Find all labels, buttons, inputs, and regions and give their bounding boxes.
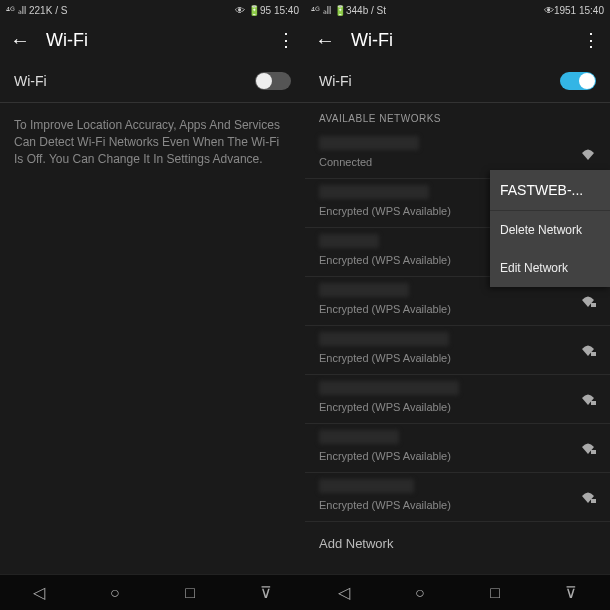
info-text: To Improve Location Accuracy, Apps And S… — [0, 103, 305, 181]
network-item[interactable]: Encrypted (WPS Available) — [305, 375, 610, 424]
more-icon[interactable]: ⋮ — [277, 29, 295, 51]
nav-home-icon[interactable]: ○ — [110, 584, 120, 602]
wifi-signal-lock-icon — [580, 442, 596, 454]
network-item[interactable]: Encrypted (WPS Available) — [305, 473, 610, 522]
network-status: Encrypted (WPS Available) — [319, 450, 596, 462]
delete-network-item[interactable]: Delete Network — [490, 211, 610, 249]
status-left: ⁴ᴳ ₐll 🔋344b / St — [311, 5, 386, 16]
network-name-redacted — [319, 381, 459, 395]
add-network[interactable]: Add Network — [305, 522, 610, 565]
status-right: 👁1951 15:40 — [544, 5, 604, 16]
wifi-signal-lock-icon — [580, 491, 596, 503]
svg-rect-6 — [591, 499, 596, 503]
network-item[interactable]: Encrypted (WPS Available) — [305, 424, 610, 473]
wifi-signal-icon — [580, 148, 596, 160]
wifi-toggle[interactable] — [255, 72, 291, 90]
wifi-toggle-row: Wi-Fi — [305, 60, 610, 103]
status-bar: ⁴ᴳ ₐll 221K / S 👁 🔋95 15:40 — [0, 0, 305, 20]
nav-home-icon[interactable]: ○ — [415, 584, 425, 602]
wifi-signal-lock-icon — [580, 393, 596, 405]
status-right: 👁 🔋95 15:40 — [235, 5, 299, 16]
more-icon[interactable]: ⋮ — [582, 29, 600, 51]
wifi-label: Wi-Fi — [14, 73, 47, 89]
nav-bar: ◁ ○ □ ⊽ — [0, 574, 305, 610]
wifi-toggle[interactable] — [560, 72, 596, 90]
nav-back-icon[interactable]: ◁ — [338, 583, 350, 602]
network-name-redacted — [319, 185, 429, 199]
back-arrow-icon[interactable]: ← — [315, 29, 335, 52]
left-panel: ⁴ᴳ ₐll 221K / S 👁 🔋95 15:40 ← Wi-Fi ⋮ Wi… — [0, 0, 305, 610]
network-status: Encrypted (WPS Available) — [319, 303, 596, 315]
header: ← Wi-Fi ⋮ — [305, 20, 610, 60]
svg-rect-2 — [591, 303, 596, 307]
nav-drawer-icon[interactable]: ⊽ — [565, 583, 577, 602]
network-name-redacted — [319, 430, 399, 444]
nav-back-icon[interactable]: ◁ — [33, 583, 45, 602]
network-item[interactable]: Encrypted (WPS Available) — [305, 326, 610, 375]
status-bar: ⁴ᴳ ₐll 🔋344b / St 👁1951 15:40 — [305, 0, 610, 20]
network-name-redacted — [319, 234, 379, 248]
section-label: AVAILABLE NETWORKS — [305, 103, 610, 130]
wifi-label: Wi-Fi — [319, 73, 352, 89]
nav-drawer-icon[interactable]: ⊽ — [260, 583, 272, 602]
svg-rect-4 — [591, 401, 596, 405]
network-status: Connected — [319, 156, 596, 168]
wifi-toggle-row: Wi-Fi — [0, 60, 305, 103]
svg-rect-3 — [591, 352, 596, 356]
network-status: Encrypted (WPS Available) — [319, 499, 596, 511]
header: ← Wi-Fi ⋮ — [0, 20, 305, 60]
nav-recent-icon[interactable]: □ — [185, 584, 195, 602]
nav-recent-icon[interactable]: □ — [490, 584, 500, 602]
network-name-redacted — [319, 283, 409, 297]
context-menu: FASTWEB-... Delete Network Edit Network — [490, 170, 610, 287]
network-status: Encrypted (WPS Available) — [319, 401, 596, 413]
network-name-redacted — [319, 479, 414, 493]
network-name-redacted — [319, 332, 449, 346]
nav-bar: ◁ ○ □ ⊽ — [305, 574, 610, 610]
network-name-redacted — [319, 136, 419, 150]
right-panel: ⁴ᴳ ₐll 🔋344b / St 👁1951 15:40 ← Wi-Fi ⋮ … — [305, 0, 610, 610]
status-left: ⁴ᴳ ₐll 221K / S — [6, 5, 67, 16]
page-title: Wi-Fi — [46, 30, 261, 51]
back-arrow-icon[interactable]: ← — [10, 29, 30, 52]
wifi-signal-lock-icon — [580, 295, 596, 307]
popup-title: FASTWEB-... — [490, 170, 610, 211]
edit-network-item[interactable]: Edit Network — [490, 249, 610, 287]
wifi-signal-lock-icon — [580, 344, 596, 356]
network-status: Encrypted (WPS Available) — [319, 352, 596, 364]
page-title: Wi-Fi — [351, 30, 566, 51]
svg-rect-5 — [591, 450, 596, 454]
